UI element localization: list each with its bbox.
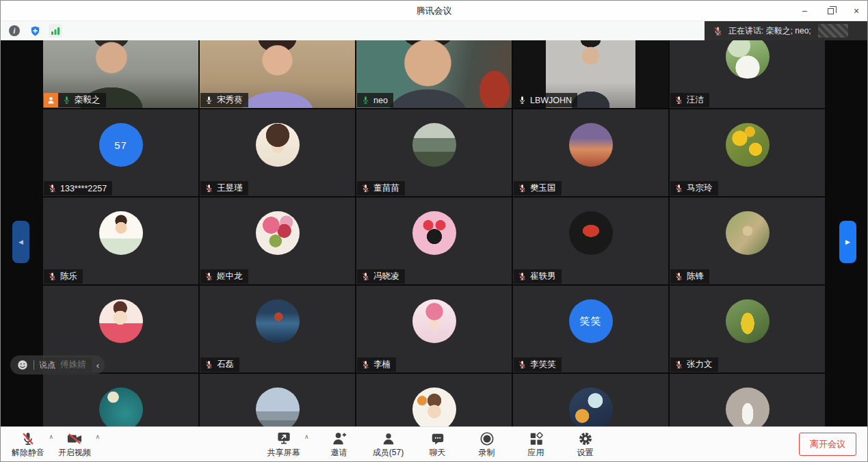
participant-tile[interactable]: 汪洁	[670, 40, 825, 108]
close-button[interactable]: ×	[851, 5, 862, 16]
label-body: 133****2257	[44, 181, 112, 195]
window-controls: − ×	[799, 1, 862, 21]
participant-tile[interactable]	[670, 374, 825, 426]
label-body: 汪洁	[670, 93, 709, 107]
mic-status-icon	[674, 272, 683, 281]
participant-name-label: 崔轶男	[514, 269, 562, 284]
camera-off-icon	[66, 430, 83, 446]
participant-name: LBWJOHN	[530, 96, 572, 105]
start-video-button[interactable]: 开启视频 ∧	[58, 430, 91, 459]
members-button[interactable]: 成员(57)	[373, 430, 404, 459]
participant-name: 马宗玲	[687, 182, 713, 194]
participant-tile[interactable]	[200, 374, 355, 426]
avatar-text: 57	[114, 139, 127, 151]
participant-tile[interactable]: neo	[356, 40, 512, 108]
network-signal-icon[interactable]	[49, 24, 62, 38]
share-options-chevron[interactable]: ∧	[304, 433, 309, 440]
label-body: 樊玉国	[514, 181, 562, 195]
participant-avatar-wrap	[356, 374, 512, 426]
blurred-name-patch	[818, 24, 848, 38]
meeting-info-icon[interactable]: i	[8, 24, 21, 38]
participant-name: 姬中龙	[217, 271, 243, 282]
participant-tile[interactable]: 冯晓凌	[356, 198, 512, 284]
label-body: 陈锋	[670, 269, 709, 284]
participant-name: 冯晓凌	[373, 271, 399, 282]
emoji-smiley-icon[interactable]	[16, 359, 29, 371]
share-screen-button[interactable]: 共享屏幕 ∧	[267, 430, 300, 459]
security-shield-icon[interactable]	[28, 24, 42, 38]
unmute-label: 解除静音	[12, 447, 44, 459]
chat-button[interactable]: 聊天	[422, 430, 453, 459]
participant-name-label: 石磊	[200, 357, 239, 372]
meeting-info-bar: i 正在讲话: 栾毅之; neo;	[1, 21, 867, 40]
start-video-label: 开启视频	[58, 447, 91, 459]
participant-tile[interactable]: 王昱瑾	[200, 109, 355, 196]
mic-off-icon	[21, 430, 36, 446]
participant-tile[interactable]: 姬中龙	[200, 198, 355, 284]
participant-avatar	[569, 388, 613, 426]
label-body: 宋秀葵	[200, 93, 248, 107]
participant-name: 汪洁	[687, 94, 704, 106]
participant-avatar-wrap	[670, 374, 825, 426]
apps-grid-icon	[529, 430, 544, 446]
unmute-button[interactable]: 解除静音 ∧	[12, 430, 44, 459]
participant-tile[interactable]: 57 133****2257	[43, 109, 198, 196]
participant-tile[interactable]: 马宗玲	[670, 109, 825, 196]
participant-tile[interactable]: 董苗苗	[356, 109, 512, 196]
signal-bars-icon	[50, 25, 61, 36]
previous-page-button[interactable]: ◀	[12, 221, 29, 263]
person-plus-icon	[331, 430, 347, 446]
mic-status-icon	[361, 360, 370, 369]
participant-name: 陈乐	[60, 271, 77, 282]
participant-tile[interactable]	[356, 374, 512, 426]
participant-tile[interactable]: 石磊	[200, 286, 355, 372]
participant-tile[interactable]: 樊玉国	[513, 109, 668, 196]
restore-button[interactable]	[825, 5, 836, 16]
leave-meeting-button[interactable]: 离开会议	[799, 433, 856, 456]
label-body: 石磊	[200, 357, 239, 372]
settings-label: 设置	[577, 447, 594, 459]
apps-button[interactable]: 应用	[521, 430, 552, 459]
participant-name-label: LBWJOHN	[514, 93, 577, 107]
shield-plus-icon	[29, 25, 41, 37]
participant-tile[interactable]: 陈锋	[670, 198, 825, 284]
chat-bar-divider	[34, 360, 34, 370]
participant-tile[interactable]	[43, 374, 198, 426]
mic-status-icon	[205, 360, 213, 369]
participant-tile[interactable]: 栾毅之	[43, 40, 198, 108]
participant-tile[interactable]: 陈乐	[43, 198, 198, 284]
mic-status-icon	[674, 96, 683, 105]
mic-status-icon	[205, 184, 213, 193]
participant-name: 石磊	[217, 359, 234, 370]
participant-name-label: 樊玉国	[514, 181, 562, 195]
minimize-button[interactable]: −	[799, 5, 810, 16]
participant-avatar	[569, 123, 613, 167]
participant-tile[interactable]: LBWJOHN	[513, 40, 668, 108]
mic-options-chevron[interactable]: ∧	[49, 433, 53, 440]
participant-name: 133****2257	[60, 184, 107, 193]
participant-name: 樊玉国	[530, 182, 556, 194]
settings-button[interactable]: 设置	[570, 430, 601, 459]
invite-button[interactable]: 邀请	[324, 430, 355, 459]
label-body: 李笑笑	[514, 357, 562, 372]
label-body: 姬中龙	[200, 269, 248, 284]
video-options-chevron[interactable]: ∧	[95, 433, 100, 440]
chat-input-hint[interactable]: 说点	[39, 359, 92, 371]
collapse-chat-icon[interactable]: ‹	[96, 360, 99, 370]
quick-chat-bar[interactable]: 说点 ‹	[10, 355, 105, 375]
participant-avatar	[412, 211, 456, 255]
record-label: 录制	[479, 447, 495, 459]
share-screen-icon	[276, 430, 292, 446]
participant-tile[interactable]: 宋秀葵	[200, 40, 355, 108]
next-page-button[interactable]: ▶	[839, 221, 856, 263]
record-button[interactable]: 录制	[471, 430, 503, 459]
participant-tile[interactable]: 笑笑 李笑笑	[513, 286, 668, 372]
participant-tile[interactable]	[513, 374, 668, 426]
toolbar-center-group: 共享屏幕 ∧ 邀请	[267, 430, 601, 459]
mic-status-icon	[361, 96, 370, 105]
participant-avatar	[726, 388, 770, 426]
participant-tile[interactable]: 张力文	[670, 286, 825, 372]
participant-tile[interactable]: 李楠	[356, 286, 512, 372]
participant-tile[interactable]: 崔轶男	[513, 198, 668, 284]
now-speaking-text: 正在讲话: 栾毅之; neo;	[728, 25, 811, 37]
